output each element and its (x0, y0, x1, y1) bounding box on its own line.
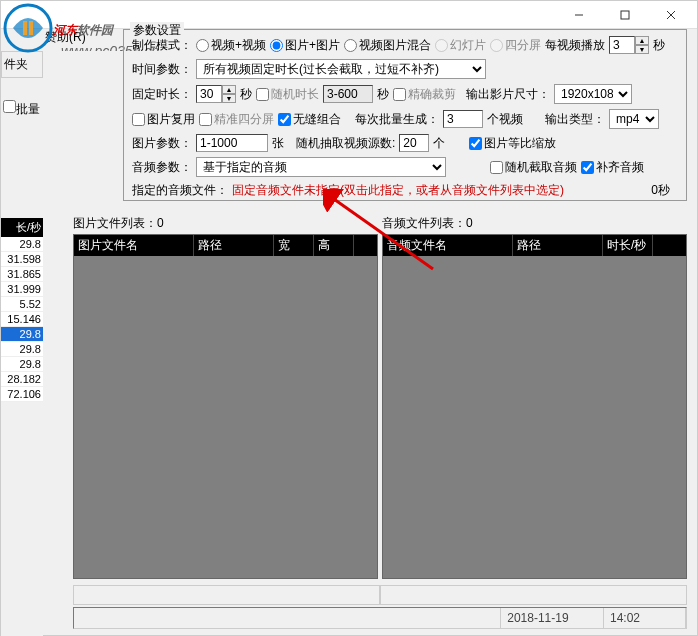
audio-params-label: 音频参数： (132, 159, 192, 176)
left-list-row[interactable]: 29.8 (1, 327, 43, 342)
audio-file-time: 0秒 (651, 182, 670, 199)
fixed-len-label: 固定时长： (132, 86, 192, 103)
random-extract-unit: 个 (433, 135, 445, 152)
random-extract-input[interactable] (399, 134, 429, 152)
img-params-unit: 张 (272, 135, 284, 152)
svg-rect-1 (621, 11, 629, 19)
mode-radio-mixed[interactable]: 视频图片混合 (344, 37, 431, 54)
batch-gen-input[interactable] (443, 110, 483, 128)
bottom-dividers (73, 585, 687, 605)
audio-file-label: 指定的音频文件： (132, 182, 228, 199)
left-list-row[interactable]: 5.52 (1, 297, 43, 312)
precise-quad-checkbox[interactable]: 精准四分屏 (199, 111, 274, 128)
per-video-spinner[interactable]: ▲▼ (609, 36, 649, 54)
duration-label: 时间参数： (132, 61, 192, 78)
mode-label: 制作模式： (132, 37, 192, 54)
img-params-input[interactable] (196, 134, 268, 152)
svg-line-7 (331, 197, 433, 269)
fieldset-legend: 参数设置 (130, 22, 184, 39)
img-col-name: 图片文件名 (74, 235, 194, 256)
output-type-select[interactable]: mp4 (609, 109, 659, 129)
left-duration-list: 长/秒 29.831.59831.86531.9995.5215.14629.8… (1, 218, 43, 402)
annotation-arrow (323, 189, 443, 279)
watermark-brand: 河东软件园 (53, 18, 113, 39)
img-reuse-checkbox[interactable]: 图片复用 (132, 111, 195, 128)
params-fieldset: 参数设置 制作模式： 视频+视频 图片+图片 视频图片混合 幻灯片 四分屏 每视… (123, 29, 687, 201)
batch-gen-label: 每次批量生成： (355, 111, 439, 128)
close-button[interactable] (648, 3, 693, 27)
image-file-grid[interactable]: 图片文件名 路径 宽 高 (73, 234, 378, 579)
left-list-row[interactable]: 31.999 (1, 282, 43, 297)
minimize-button[interactable] (556, 3, 601, 27)
output-type-label: 输出类型： (545, 111, 605, 128)
mode-radio-video[interactable]: 视频+视频 (196, 37, 266, 54)
duration-select[interactable]: 所有视频固定时长(过长会截取，过短不补齐) (196, 59, 486, 79)
logo-icon (3, 3, 53, 53)
mode-radio-quad: 四分屏 (490, 37, 541, 54)
status-date: 2018-11-19 (501, 608, 604, 628)
img-params-label: 图片参数： (132, 135, 192, 152)
status-bar: 2018-11-19 14:02 (73, 607, 687, 629)
left-list-row[interactable]: 31.598 (1, 252, 43, 267)
precise-crop-checkbox[interactable]: 精确裁剪 (393, 86, 456, 103)
img-col-width: 宽 (274, 235, 314, 256)
mode-radio-slideshow: 幻灯片 (435, 37, 486, 54)
fixed-len-spinner[interactable]: ▲▼ (196, 85, 236, 103)
left-list-row[interactable]: 72.106 (1, 387, 43, 402)
aud-col-path: 路径 (513, 235, 603, 256)
img-scale-checkbox[interactable]: 图片等比缩放 (469, 135, 556, 152)
left-list-row[interactable]: 31.865 (1, 267, 43, 282)
svg-rect-6 (29, 21, 33, 35)
random-extract-label: 随机抽取视频源数: (296, 135, 395, 152)
random-len-input[interactable] (323, 85, 373, 103)
maximize-button[interactable] (602, 3, 647, 27)
watermark-logo-area: 河东软件园 (3, 3, 113, 53)
left-list-row[interactable]: 15.146 (1, 312, 43, 327)
per-video-label: 每视频播放 (545, 37, 605, 54)
fixed-len-unit: 秒 (240, 86, 252, 103)
left-list-row[interactable]: 29.8 (1, 357, 43, 372)
img-col-path: 路径 (194, 235, 274, 256)
random-len-checkbox[interactable]: 随机时长 (256, 86, 319, 103)
left-list-row[interactable]: 28.182 (1, 372, 43, 387)
left-col-header: 件夹 (1, 51, 43, 78)
output-size-label: 输出影片尺寸： (466, 86, 550, 103)
svg-rect-5 (23, 21, 27, 35)
random-audio-checkbox[interactable]: 随机截取音频 (490, 159, 577, 176)
status-time: 14:02 (604, 608, 686, 628)
output-size-select[interactable]: 1920x1080 (554, 84, 632, 104)
left-list-header: 长/秒 (1, 218, 43, 237)
aud-col-duration: 时长/秒 (603, 235, 653, 256)
mode-radio-image[interactable]: 图片+图片 (270, 37, 340, 54)
left-list-row[interactable]: 29.8 (1, 342, 43, 357)
seamless-checkbox[interactable]: 无缝组合 (278, 111, 341, 128)
audio-file-grid[interactable]: 音频文件名 路径 时长/秒 (382, 234, 687, 579)
random-len-unit: 秒 (377, 86, 389, 103)
batch-gen-unit: 个视频 (487, 111, 523, 128)
per-video-unit: 秒 (653, 37, 665, 54)
left-list-row[interactable]: 29.8 (1, 237, 43, 252)
audio-params-select[interactable]: 基于指定的音频 (196, 157, 446, 177)
pad-audio-checkbox[interactable]: 补齐音频 (581, 159, 644, 176)
batch-checkbox[interactable]: 批量 (3, 102, 40, 116)
left-column: 件夹 批量 长/秒 29.831.59831.86531.9995.5215.1… (1, 51, 43, 636)
